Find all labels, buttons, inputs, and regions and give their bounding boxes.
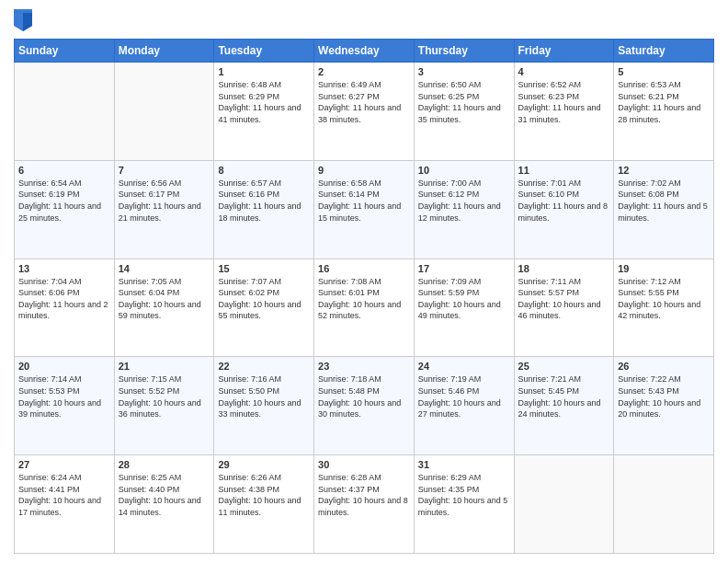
calendar-cell: 21Sunrise: 7:15 AM Sunset: 5:52 PM Dayli… [114,357,214,455]
day-info: Sunrise: 7:09 AM Sunset: 5:59 PM Dayligh… [418,276,510,322]
calendar-cell: 9Sunrise: 6:58 AM Sunset: 6:14 PM Daylig… [314,160,415,259]
calendar-cell: 11Sunrise: 7:01 AM Sunset: 6:10 PM Dayli… [514,160,614,259]
calendar-cell [114,63,214,161]
day-header-sunday: Sunday [15,40,115,63]
day-number: 12 [618,165,710,176]
day-number: 8 [218,165,310,176]
day-info: Sunrise: 7:15 AM Sunset: 5:52 PM Dayligh… [119,373,210,419]
calendar-cell: 2Sunrise: 6:49 AM Sunset: 6:27 PM Daylig… [314,63,415,161]
calendar-cell: 28Sunrise: 6:25 AM Sunset: 4:40 PM Dayli… [114,455,214,554]
day-info: Sunrise: 7:00 AM Sunset: 6:12 PM Dayligh… [418,178,510,224]
day-info: Sunrise: 7:14 AM Sunset: 5:53 PM Dayligh… [18,373,110,419]
day-info: Sunrise: 7:21 AM Sunset: 5:45 PM Dayligh… [518,373,610,419]
day-number: 22 [218,361,310,372]
day-number: 18 [518,263,610,274]
week-row-1: 1Sunrise: 6:48 AM Sunset: 6:29 PM Daylig… [15,63,714,161]
day-info: Sunrise: 7:18 AM Sunset: 5:48 PM Dayligh… [318,373,410,419]
day-number: 1 [218,66,310,77]
calendar-cell: 30Sunrise: 6:28 AM Sunset: 4:37 PM Dayli… [314,455,415,554]
calendar-cell [614,455,714,554]
day-info: Sunrise: 7:16 AM Sunset: 5:50 PM Dayligh… [218,373,310,419]
day-number: 30 [318,459,410,470]
day-info: Sunrise: 7:04 AM Sunset: 6:06 PM Dayligh… [18,276,110,322]
day-header-wednesday: Wednesday [314,40,415,63]
day-number: 27 [18,459,110,470]
calendar-cell: 14Sunrise: 7:05 AM Sunset: 6:04 PM Dayli… [114,259,214,357]
calendar-cell: 12Sunrise: 7:02 AM Sunset: 6:08 PM Dayli… [614,160,714,259]
day-number: 7 [119,165,210,176]
calendar-cell: 25Sunrise: 7:21 AM Sunset: 5:45 PM Dayli… [514,357,614,455]
calendar-cell: 1Sunrise: 6:48 AM Sunset: 6:29 PM Daylig… [214,63,314,161]
calendar-cell: 5Sunrise: 6:53 AM Sunset: 6:21 PM Daylig… [614,63,714,161]
day-number: 21 [119,361,210,372]
day-number: 15 [218,263,310,274]
calendar-cell: 27Sunrise: 6:24 AM Sunset: 4:41 PM Dayli… [15,455,115,554]
day-info: Sunrise: 6:25 AM Sunset: 4:40 PM Dayligh… [119,472,210,518]
calendar-cell: 15Sunrise: 7:07 AM Sunset: 6:02 PM Dayli… [214,259,314,357]
day-info: Sunrise: 6:58 AM Sunset: 6:14 PM Dayligh… [318,178,410,224]
day-header-monday: Monday [114,40,214,63]
day-number: 13 [18,263,110,274]
logo [14,9,34,31]
day-number: 24 [418,361,510,372]
day-number: 17 [418,263,510,274]
calendar-cell: 31Sunrise: 6:29 AM Sunset: 4:35 PM Dayli… [414,455,514,554]
day-info: Sunrise: 6:24 AM Sunset: 4:41 PM Dayligh… [18,472,110,518]
day-info: Sunrise: 7:19 AM Sunset: 5:46 PM Dayligh… [418,373,510,419]
logo-icon [14,9,32,31]
day-number: 11 [518,165,610,176]
day-info: Sunrise: 6:57 AM Sunset: 6:16 PM Dayligh… [218,178,310,224]
day-number: 16 [318,263,410,274]
svg-marker-1 [23,13,32,31]
day-number: 2 [318,66,410,77]
week-row-3: 13Sunrise: 7:04 AM Sunset: 6:06 PM Dayli… [15,259,714,357]
day-number: 28 [119,459,210,470]
day-number: 3 [418,66,510,77]
calendar-table: SundayMondayTuesdayWednesdayThursdayFrid… [14,39,714,554]
calendar-header: SundayMondayTuesdayWednesdayThursdayFrid… [15,40,714,63]
day-info: Sunrise: 6:28 AM Sunset: 4:37 PM Dayligh… [318,472,410,518]
week-row-2: 6Sunrise: 6:54 AM Sunset: 6:19 PM Daylig… [15,160,714,259]
day-info: Sunrise: 7:05 AM Sunset: 6:04 PM Dayligh… [119,276,210,322]
day-info: Sunrise: 6:53 AM Sunset: 6:21 PM Dayligh… [618,79,710,125]
day-info: Sunrise: 6:54 AM Sunset: 6:19 PM Dayligh… [18,178,110,224]
calendar-cell: 18Sunrise: 7:11 AM Sunset: 5:57 PM Dayli… [514,259,614,357]
days-of-week-row: SundayMondayTuesdayWednesdayThursdayFrid… [15,40,714,63]
day-number: 26 [618,361,710,372]
calendar-cell: 16Sunrise: 7:08 AM Sunset: 6:01 PM Dayli… [314,259,415,357]
calendar-cell: 23Sunrise: 7:18 AM Sunset: 5:48 PM Dayli… [314,357,415,455]
calendar-cell: 26Sunrise: 7:22 AM Sunset: 5:43 PM Dayli… [614,357,714,455]
calendar-cell: 7Sunrise: 6:56 AM Sunset: 6:17 PM Daylig… [114,160,214,259]
calendar-body: 1Sunrise: 6:48 AM Sunset: 6:29 PM Daylig… [15,63,714,554]
calendar-cell [15,63,115,161]
calendar-cell [514,455,614,554]
calendar-cell: 20Sunrise: 7:14 AM Sunset: 5:53 PM Dayli… [15,357,115,455]
day-number: 19 [618,263,710,274]
page: SundayMondayTuesdayWednesdayThursdayFrid… [0,0,728,563]
calendar-cell: 24Sunrise: 7:19 AM Sunset: 5:46 PM Dayli… [414,357,514,455]
header [14,9,714,31]
week-row-5: 27Sunrise: 6:24 AM Sunset: 4:41 PM Dayli… [15,455,714,554]
day-info: Sunrise: 6:52 AM Sunset: 6:23 PM Dayligh… [518,79,610,125]
week-row-4: 20Sunrise: 7:14 AM Sunset: 5:53 PM Dayli… [15,357,714,455]
day-info: Sunrise: 6:56 AM Sunset: 6:17 PM Dayligh… [119,178,210,224]
day-header-friday: Friday [514,40,614,63]
calendar-cell: 3Sunrise: 6:50 AM Sunset: 6:25 PM Daylig… [414,63,514,161]
day-info: Sunrise: 7:11 AM Sunset: 5:57 PM Dayligh… [518,276,610,322]
day-info: Sunrise: 6:29 AM Sunset: 4:35 PM Dayligh… [418,472,510,518]
day-number: 9 [318,165,410,176]
day-info: Sunrise: 7:02 AM Sunset: 6:08 PM Dayligh… [618,178,710,224]
day-header-tuesday: Tuesday [214,40,314,63]
calendar-cell: 29Sunrise: 6:26 AM Sunset: 4:38 PM Dayli… [214,455,314,554]
calendar-cell: 6Sunrise: 6:54 AM Sunset: 6:19 PM Daylig… [15,160,115,259]
day-number: 10 [418,165,510,176]
calendar-cell: 22Sunrise: 7:16 AM Sunset: 5:50 PM Dayli… [214,357,314,455]
day-number: 5 [618,66,710,77]
day-info: Sunrise: 7:22 AM Sunset: 5:43 PM Dayligh… [618,373,710,419]
calendar-cell: 8Sunrise: 6:57 AM Sunset: 6:16 PM Daylig… [214,160,314,259]
day-number: 29 [218,459,310,470]
day-number: 14 [119,263,210,274]
day-number: 20 [18,361,110,372]
day-info: Sunrise: 6:50 AM Sunset: 6:25 PM Dayligh… [418,79,510,125]
day-number: 4 [518,66,610,77]
